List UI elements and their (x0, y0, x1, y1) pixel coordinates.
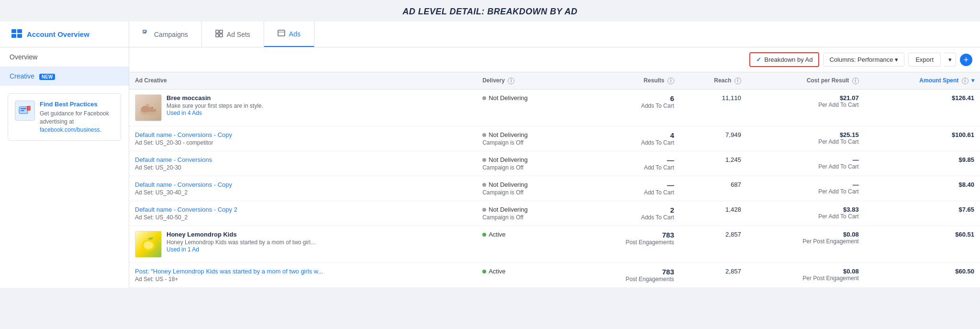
delivery-status: Active (482, 231, 569, 238)
td-cost: — Per Add To Cart (747, 176, 865, 201)
table-row: Honey Lemondrop Kids Honey Lemondrop Kid… (129, 226, 980, 262)
results-cell: 783 Post Engagements (581, 231, 674, 246)
svg-rect-1 (17, 29, 22, 33)
amount-info-icon[interactable]: i (962, 78, 969, 84)
delivery-sub: Campaign is Off (482, 189, 569, 196)
ad-name[interactable]: Default name - Conversions - Copy (135, 131, 232, 138)
svg-rect-6 (220, 30, 223, 33)
nav-tabs: Campaigns Ad Sets Ads (129, 22, 980, 47)
cost-number: $21.07 (753, 94, 859, 102)
delivery-cell: Not Delivering Campaign is Off (482, 181, 569, 196)
ad-name[interactable]: Default name - Conversions - Copy 2 (135, 206, 237, 213)
sidebar-item-creative[interactable]: Creative NEW (0, 67, 129, 86)
cost-number: $25.15 (753, 131, 859, 138)
ad-name[interactable]: Post: "Honey Lemondrop Kids was started … (135, 268, 323, 275)
svg-rect-5 (216, 30, 219, 33)
svg-rect-12 (21, 108, 26, 109)
results-number: — (581, 181, 674, 189)
card-link[interactable]: facebook.com/business. (40, 126, 101, 133)
delivery-dot-icon (482, 270, 486, 273)
delivery-info-icon[interactable]: i (508, 78, 514, 84)
td-results: 4 Adds To Cart (576, 126, 680, 151)
export-caret-button[interactable]: ▾ (945, 53, 956, 67)
td-reach: 2,857 (680, 262, 747, 287)
td-delivery: Not Delivering Campaign is Off (477, 176, 575, 201)
results-number: 4 (581, 131, 674, 139)
results-info-icon[interactable]: i (668, 78, 674, 84)
td-delivery: Not Delivering Campaign is Off (477, 201, 575, 226)
content-area: ✓ Breakdown by Ad Columns: Performance ▾… (129, 47, 980, 288)
delivery-status: Not Delivering (482, 94, 569, 102)
td-delivery: Not Delivering Campaign is Off (477, 151, 575, 176)
delivery-status: Not Delivering (482, 206, 569, 213)
results-cell: 6 Adds To Cart (581, 94, 674, 109)
sidebar-creative-label: Creative (10, 72, 34, 80)
breakdown-by-ad-button[interactable]: ✓ Breakdown by Ad (749, 52, 819, 67)
amount-value: $100.61 (870, 131, 974, 138)
add-column-button[interactable]: + (960, 54, 972, 66)
svg-rect-8 (220, 34, 223, 37)
export-button[interactable]: Export (908, 53, 941, 67)
td-results: — Add To Cart (576, 151, 680, 176)
results-number: 2 (581, 206, 674, 214)
reach-info-icon[interactable]: i (735, 78, 741, 84)
amount-value: $7.65 (870, 206, 974, 213)
td-creative: Default name - Conversions - Copy Ad Set… (129, 126, 477, 151)
td-results: 783 Post Engagements (576, 262, 680, 287)
card-title: Find Best Practices (40, 101, 114, 108)
card-header: Find Best Practices Get guidance for Fac… (15, 101, 114, 134)
ad-name[interactable]: Default name - Conversions - Copy (135, 181, 232, 188)
svg-point-16 (151, 107, 154, 109)
svg-rect-13 (21, 110, 24, 111)
cost-cell: $21.07 Per Add To Cart (753, 94, 859, 108)
table-body: Bree moccasin Make sure your first steps… (129, 89, 980, 287)
columns-button[interactable]: Columns: Performance ▾ (823, 53, 904, 67)
sidebar-item-overview[interactable]: Overview (0, 47, 129, 67)
ads-icon (278, 29, 285, 38)
ad-thumbnail (135, 231, 162, 258)
columns-label: Columns: Performance (829, 56, 893, 63)
col-reach: Reach i (680, 72, 747, 89)
td-reach: 1,428 (680, 201, 747, 226)
table-row: Bree moccasin Make sure your first steps… (129, 89, 980, 126)
ad-info: Post: "Honey Lemondrop Kids was started … (135, 268, 323, 283)
tab-ads[interactable]: Ads (264, 22, 314, 47)
ad-link[interactable]: Used in 4 Ads (167, 110, 202, 116)
svg-rect-0 (11, 29, 16, 33)
results-type: Post Engagements (581, 276, 674, 283)
ad-link[interactable]: Used in 1 Ad (167, 246, 199, 253)
amount-value: $126.41 (870, 94, 974, 102)
reach-value: 687 (686, 181, 741, 188)
td-cost: — Per Add To Cart (747, 151, 865, 176)
results-type: Adds To Cart (581, 139, 674, 146)
cost-info-icon[interactable]: i (852, 78, 859, 84)
card-icon (15, 101, 35, 121)
amount-sort-icon[interactable]: ▾ (971, 77, 974, 84)
col-amount-spent: Amount Spent i ▾ (865, 72, 980, 89)
creative-new-badge: NEW (39, 74, 55, 80)
td-creative: Default name - Conversions - Copy 2 Ad S… (129, 201, 477, 226)
results-type: Adds To Cart (581, 214, 674, 221)
svg-rect-14 (27, 106, 31, 111)
breakdown-label: Breakdown by Ad (764, 56, 813, 63)
tab-ad-sets[interactable]: Ad Sets (202, 22, 264, 47)
td-results: — Add To Cart (576, 176, 680, 201)
table-row: Default name - Conversions - Copy 2 Ad S… (129, 201, 980, 226)
ad-info: Default name - Conversions Ad Set: US_20… (135, 156, 212, 171)
ad-creative-cell: Bree moccasin Make sure your first steps… (135, 94, 471, 121)
delivery-dot-icon (482, 183, 486, 187)
delivery-status: Active (482, 268, 569, 275)
amount-value: $8.40 (870, 181, 974, 188)
cost-sub: Per Add To Cart (753, 102, 859, 108)
delivery-dot-icon (482, 96, 486, 100)
cost-sub: Per Add To Cart (753, 163, 859, 170)
tab-campaigns[interactable]: Campaigns (129, 22, 202, 47)
account-overview-nav[interactable]: Account Overview (0, 22, 129, 47)
cost-sub: Per Post Engagement (753, 275, 859, 282)
cost-number: — (753, 156, 859, 163)
svg-rect-7 (216, 34, 219, 37)
ad-info: Default name - Conversions - Copy Ad Set… (135, 131, 232, 146)
td-cost: $0.08 Per Post Engagement (747, 226, 865, 262)
ad-name[interactable]: Default name - Conversions (135, 156, 212, 163)
td-amount: $7.65 (865, 201, 980, 226)
